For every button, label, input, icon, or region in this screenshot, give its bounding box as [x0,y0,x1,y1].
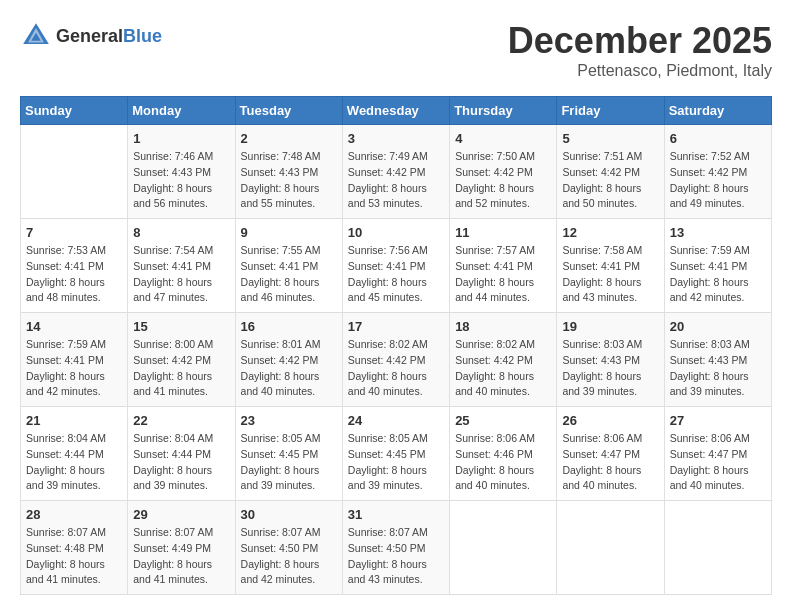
sunset-text: Sunset: 4:43 PM [133,166,211,178]
calendar-cell: 20Sunrise: 8:03 AMSunset: 4:43 PMDayligh… [664,313,771,407]
daylight-text: Daylight: 8 hours and 43 minutes. [348,558,427,586]
sunset-text: Sunset: 4:42 PM [241,354,319,366]
calendar-cell: 7Sunrise: 7:53 AMSunset: 4:41 PMDaylight… [21,219,128,313]
sunrise-text: Sunrise: 7:55 AM [241,244,321,256]
day-info: Sunrise: 7:59 AMSunset: 4:41 PMDaylight:… [670,243,766,306]
day-info: Sunrise: 8:05 AMSunset: 4:45 PMDaylight:… [348,431,444,494]
daylight-text: Daylight: 8 hours and 41 minutes. [133,558,212,586]
day-info: Sunrise: 8:04 AMSunset: 4:44 PMDaylight:… [133,431,229,494]
day-number: 9 [241,225,337,240]
day-number: 7 [26,225,122,240]
logo: GeneralBlue [20,20,162,52]
calendar-cell: 31Sunrise: 8:07 AMSunset: 4:50 PMDayligh… [342,501,449,595]
sunset-text: Sunset: 4:41 PM [348,260,426,272]
calendar-cell: 12Sunrise: 7:58 AMSunset: 4:41 PMDayligh… [557,219,664,313]
sunset-text: Sunset: 4:42 PM [133,354,211,366]
calendar-cell: 24Sunrise: 8:05 AMSunset: 4:45 PMDayligh… [342,407,449,501]
calendar-body: 1Sunrise: 7:46 AMSunset: 4:43 PMDaylight… [21,125,772,595]
day-info: Sunrise: 8:04 AMSunset: 4:44 PMDaylight:… [26,431,122,494]
sunset-text: Sunset: 4:41 PM [455,260,533,272]
sunset-text: Sunset: 4:47 PM [562,448,640,460]
daylight-text: Daylight: 8 hours and 41 minutes. [26,558,105,586]
sunrise-text: Sunrise: 7:51 AM [562,150,642,162]
daylight-text: Daylight: 8 hours and 55 minutes. [241,182,320,210]
day-number: 31 [348,507,444,522]
day-info: Sunrise: 7:49 AMSunset: 4:42 PMDaylight:… [348,149,444,212]
day-info: Sunrise: 7:59 AMSunset: 4:41 PMDaylight:… [26,337,122,400]
daylight-text: Daylight: 8 hours and 40 minutes. [670,464,749,492]
sunset-text: Sunset: 4:42 PM [455,354,533,366]
day-number: 19 [562,319,658,334]
sunrise-text: Sunrise: 7:49 AM [348,150,428,162]
daylight-text: Daylight: 8 hours and 56 minutes. [133,182,212,210]
sunset-text: Sunset: 4:42 PM [670,166,748,178]
sunset-text: Sunset: 4:50 PM [348,542,426,554]
daylight-text: Daylight: 8 hours and 42 minutes. [670,276,749,304]
daylight-text: Daylight: 8 hours and 40 minutes. [348,370,427,398]
sunrise-text: Sunrise: 8:00 AM [133,338,213,350]
sunrise-text: Sunrise: 7:56 AM [348,244,428,256]
day-number: 8 [133,225,229,240]
calendar-cell: 8Sunrise: 7:54 AMSunset: 4:41 PMDaylight… [128,219,235,313]
day-number: 14 [26,319,122,334]
day-number: 15 [133,319,229,334]
calendar-cell: 15Sunrise: 8:00 AMSunset: 4:42 PMDayligh… [128,313,235,407]
daylight-text: Daylight: 8 hours and 39 minutes. [670,370,749,398]
calendar-cell: 5Sunrise: 7:51 AMSunset: 4:42 PMDaylight… [557,125,664,219]
day-info: Sunrise: 8:06 AMSunset: 4:47 PMDaylight:… [562,431,658,494]
calendar-cell: 1Sunrise: 7:46 AMSunset: 4:43 PMDaylight… [128,125,235,219]
daylight-text: Daylight: 8 hours and 39 minutes. [348,464,427,492]
calendar-header: SundayMondayTuesdayWednesdayThursdayFrid… [21,97,772,125]
day-info: Sunrise: 7:57 AMSunset: 4:41 PMDaylight:… [455,243,551,306]
calendar-cell: 2Sunrise: 7:48 AMSunset: 4:43 PMDaylight… [235,125,342,219]
day-number: 24 [348,413,444,428]
sunrise-text: Sunrise: 7:58 AM [562,244,642,256]
calendar-cell: 23Sunrise: 8:05 AMSunset: 4:45 PMDayligh… [235,407,342,501]
title-block: December 2025 Pettenasco, Piedmont, Ital… [508,20,772,80]
header-day-sunday: Sunday [21,97,128,125]
daylight-text: Daylight: 8 hours and 40 minutes. [562,464,641,492]
daylight-text: Daylight: 8 hours and 49 minutes. [670,182,749,210]
day-info: Sunrise: 8:01 AMSunset: 4:42 PMDaylight:… [241,337,337,400]
calendar-cell: 17Sunrise: 8:02 AMSunset: 4:42 PMDayligh… [342,313,449,407]
page-header: GeneralBlue December 2025 Pettenasco, Pi… [20,20,772,80]
sunset-text: Sunset: 4:46 PM [455,448,533,460]
day-number: 28 [26,507,122,522]
daylight-text: Daylight: 8 hours and 39 minutes. [133,464,212,492]
sunrise-text: Sunrise: 8:05 AM [348,432,428,444]
sunrise-text: Sunrise: 8:01 AM [241,338,321,350]
sunrise-text: Sunrise: 7:57 AM [455,244,535,256]
day-number: 10 [348,225,444,240]
location-text: Pettenasco, Piedmont, Italy [508,62,772,80]
sunset-text: Sunset: 4:42 PM [348,354,426,366]
sunrise-text: Sunrise: 8:06 AM [562,432,642,444]
sunrise-text: Sunrise: 7:48 AM [241,150,321,162]
daylight-text: Daylight: 8 hours and 42 minutes. [241,558,320,586]
calendar-cell: 18Sunrise: 8:02 AMSunset: 4:42 PMDayligh… [450,313,557,407]
daylight-text: Daylight: 8 hours and 50 minutes. [562,182,641,210]
sunrise-text: Sunrise: 8:02 AM [348,338,428,350]
day-number: 2 [241,131,337,146]
day-number: 23 [241,413,337,428]
sunset-text: Sunset: 4:50 PM [241,542,319,554]
calendar-cell: 21Sunrise: 8:04 AMSunset: 4:44 PMDayligh… [21,407,128,501]
daylight-text: Daylight: 8 hours and 53 minutes. [348,182,427,210]
daylight-text: Daylight: 8 hours and 40 minutes. [241,370,320,398]
day-info: Sunrise: 7:52 AMSunset: 4:42 PMDaylight:… [670,149,766,212]
sunset-text: Sunset: 4:44 PM [26,448,104,460]
sunrise-text: Sunrise: 8:07 AM [241,526,321,538]
calendar-cell: 28Sunrise: 8:07 AMSunset: 4:48 PMDayligh… [21,501,128,595]
day-info: Sunrise: 7:58 AMSunset: 4:41 PMDaylight:… [562,243,658,306]
sunrise-text: Sunrise: 8:07 AM [26,526,106,538]
sunset-text: Sunset: 4:41 PM [26,260,104,272]
daylight-text: Daylight: 8 hours and 52 minutes. [455,182,534,210]
calendar-cell: 25Sunrise: 8:06 AMSunset: 4:46 PMDayligh… [450,407,557,501]
sunset-text: Sunset: 4:41 PM [133,260,211,272]
day-number: 20 [670,319,766,334]
sunrise-text: Sunrise: 8:07 AM [133,526,213,538]
sunset-text: Sunset: 4:41 PM [562,260,640,272]
calendar-cell: 29Sunrise: 8:07 AMSunset: 4:49 PMDayligh… [128,501,235,595]
week-row-1: 1Sunrise: 7:46 AMSunset: 4:43 PMDaylight… [21,125,772,219]
day-info: Sunrise: 8:07 AMSunset: 4:49 PMDaylight:… [133,525,229,588]
day-number: 25 [455,413,551,428]
